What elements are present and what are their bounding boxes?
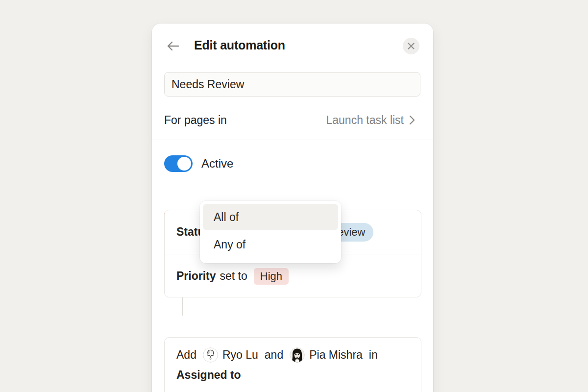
edit-automation-dialog: Edit automation For pages in Launch task… <box>152 24 433 392</box>
divider <box>152 140 433 140</box>
avatar <box>290 347 305 363</box>
active-toggle[interactable] <box>164 155 193 172</box>
pia-mishra-avatar-icon <box>290 347 305 363</box>
operator-menu: All of Any of <box>200 201 341 263</box>
action-sentence: Add Ryo Lu and <box>176 347 409 382</box>
flow-connector-line <box>182 297 183 316</box>
person-ryo-lu: Ryo Lu <box>203 347 258 363</box>
active-row: Active <box>164 155 233 172</box>
action-verb: Add <box>176 348 196 362</box>
back-button[interactable] <box>166 39 180 53</box>
arrow-left-icon <box>166 39 180 53</box>
chevron-right-icon <box>409 115 416 125</box>
action-property: Assigned to <box>176 368 241 382</box>
toggle-knob <box>177 157 191 171</box>
action-preposition: in <box>369 348 378 362</box>
priority-tag[interactable]: High <box>254 268 289 285</box>
person-name: Ryo Lu <box>222 348 258 362</box>
active-label: Active <box>201 157 233 171</box>
close-button[interactable] <box>403 38 419 54</box>
scope-row: For pages in Launch task list <box>164 113 416 127</box>
condition-verb: set to <box>220 270 247 283</box>
dialog-title: Edit automation <box>194 38 285 52</box>
person-pia-mishra: Pia Mishra <box>290 347 363 363</box>
scope-selector[interactable]: Launch task list <box>326 114 416 127</box>
x-icon <box>407 42 415 50</box>
action-conjunction: and <box>265 348 283 362</box>
scope-value: Launch task list <box>326 114 404 127</box>
action-box[interactable]: Add Ryo Lu and <box>164 337 421 392</box>
person-name: Pia Mishra <box>309 348 363 362</box>
ryo-lu-avatar-icon <box>203 347 218 363</box>
condition-property: Priority <box>176 270 216 283</box>
scope-label: For pages in <box>164 114 227 127</box>
menu-item-all-of[interactable]: All of <box>203 204 338 230</box>
menu-item-any-of[interactable]: Any of <box>203 230 338 259</box>
automation-name-input[interactable] <box>164 72 420 97</box>
avatar <box>203 347 218 363</box>
